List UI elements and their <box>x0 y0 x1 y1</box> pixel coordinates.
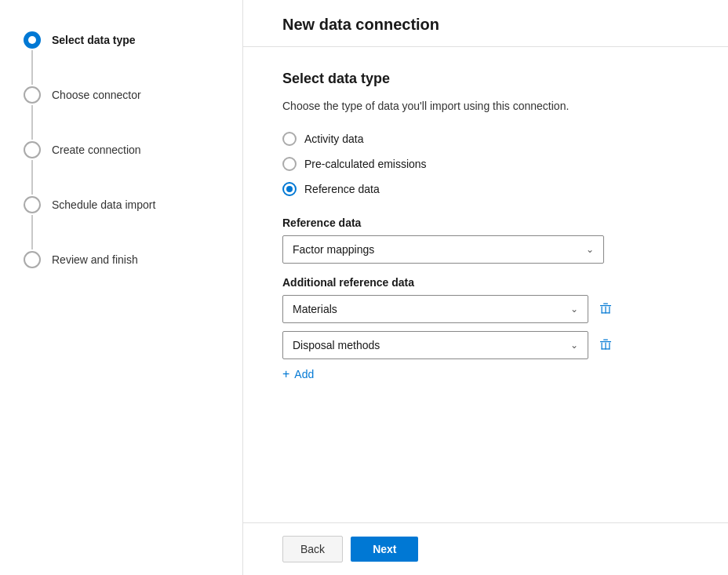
sidebar-item-schedule-data-import[interactable]: Schedule data import <box>24 196 219 251</box>
main-panel: New data connection Select data type Cho… <box>243 0 728 575</box>
additional-row-materials: Materials ⌄ <box>282 295 689 323</box>
step-label-5: Review and finish <box>52 251 138 267</box>
main-header: New data connection <box>243 0 728 47</box>
sidebar-item-create-connection[interactable]: Create connection <box>24 141 219 196</box>
chevron-down-icon-materials: ⌄ <box>570 304 578 315</box>
step-label-4: Schedule data import <box>52 196 155 212</box>
svg-rect-11 <box>602 348 610 349</box>
svg-rect-7 <box>603 340 608 340</box>
radio-circle-pre-calculated <box>282 157 297 171</box>
add-button[interactable]: + Add <box>282 367 689 381</box>
radio-circle-reference-data <box>282 182 297 196</box>
step-line-4 <box>31 215 33 249</box>
chevron-down-icon-disposal: ⌄ <box>570 340 578 351</box>
step-line-2 <box>31 105 33 140</box>
svg-rect-8 <box>602 343 602 350</box>
reference-data-field-section: Reference data Factor mappings ⌄ <box>282 217 689 264</box>
radio-label-pre-calculated: Pre-calculated emissions <box>304 158 427 170</box>
svg-rect-4 <box>609 307 610 314</box>
sidebar: Select data type Choose connector Create… <box>0 0 243 575</box>
radio-activity-data[interactable]: Activity data <box>282 132 689 146</box>
svg-rect-10 <box>609 343 610 350</box>
radio-reference-data[interactable]: Reference data <box>282 182 689 196</box>
chevron-down-icon: ⌄ <box>586 244 594 255</box>
materials-select[interactable]: Materials ⌄ <box>282 295 588 323</box>
additional-row-disposal-methods: Disposal methods ⌄ <box>282 331 689 359</box>
disposal-methods-select[interactable]: Disposal methods ⌄ <box>282 331 588 359</box>
additional-reference-label: Additional reference data <box>282 276 689 289</box>
delete-materials-button[interactable] <box>595 298 617 320</box>
step-circle-5 <box>24 251 41 268</box>
step-label-3: Create connection <box>52 141 141 157</box>
main-content: Select data type Choose the type of data… <box>243 47 728 522</box>
svg-rect-5 <box>602 312 610 313</box>
footer: Back Next <box>243 522 728 575</box>
plus-icon: + <box>282 367 289 381</box>
step-circle-2 <box>24 86 41 104</box>
next-button[interactable]: Next <box>351 537 418 562</box>
disposal-methods-value: Disposal methods <box>293 339 380 351</box>
step-line-3 <box>31 160 33 195</box>
page-title: New data connection <box>282 16 689 34</box>
description-text: Choose the type of data you'll import us… <box>282 98 659 115</box>
sidebar-item-review-and-finish[interactable]: Review and finish <box>24 251 219 268</box>
radio-label-reference-data: Reference data <box>304 183 380 195</box>
svg-rect-3 <box>605 307 606 314</box>
reference-data-value: Factor mappings <box>293 243 374 256</box>
section-title: Select data type <box>282 71 689 87</box>
delete-disposal-button[interactable] <box>595 334 617 356</box>
reference-data-select[interactable]: Factor mappings ⌄ <box>282 235 604 264</box>
radio-group: Activity data Pre-calculated emissions R… <box>282 132 689 196</box>
step-circle-1 <box>24 31 41 49</box>
add-label: Add <box>294 368 314 380</box>
step-circle-4 <box>24 196 41 213</box>
reference-data-label: Reference data <box>282 217 689 229</box>
svg-rect-9 <box>605 343 606 350</box>
materials-value: Materials <box>293 303 337 315</box>
sidebar-item-choose-connector[interactable]: Choose connector <box>24 86 219 141</box>
step-line-1 <box>31 50 33 85</box>
svg-rect-2 <box>602 307 602 314</box>
step-label-1: Select data type <box>52 31 136 47</box>
radio-label-activity-data: Activity data <box>304 133 363 145</box>
step-circle-3 <box>24 141 41 158</box>
step-label-2: Choose connector <box>52 86 141 102</box>
svg-rect-0 <box>600 305 611 306</box>
radio-circle-activity-data <box>282 132 297 146</box>
svg-rect-1 <box>603 304 608 304</box>
back-button[interactable]: Back <box>282 536 343 562</box>
additional-reference-field-section: Additional reference data Materials ⌄ <box>282 276 689 381</box>
sidebar-item-select-data-type[interactable]: Select data type <box>24 31 219 86</box>
radio-pre-calculated-emissions[interactable]: Pre-calculated emissions <box>282 157 689 171</box>
reference-data-select-row: Factor mappings ⌄ <box>282 235 689 264</box>
svg-rect-6 <box>600 341 611 342</box>
